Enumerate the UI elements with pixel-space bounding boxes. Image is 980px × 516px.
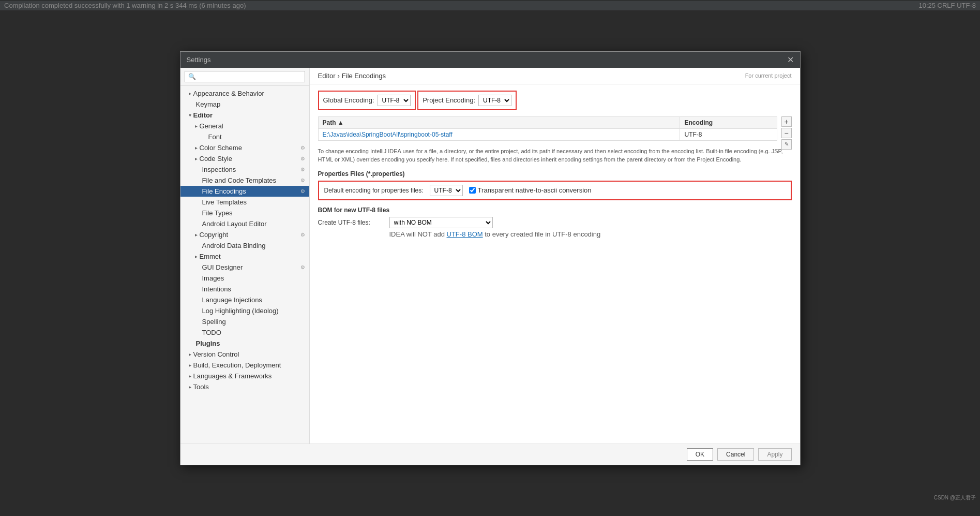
settings-dialog: Settings ✕ ▸Appearance & BehaviorKeymap▾… — [0, 0, 980, 10]
